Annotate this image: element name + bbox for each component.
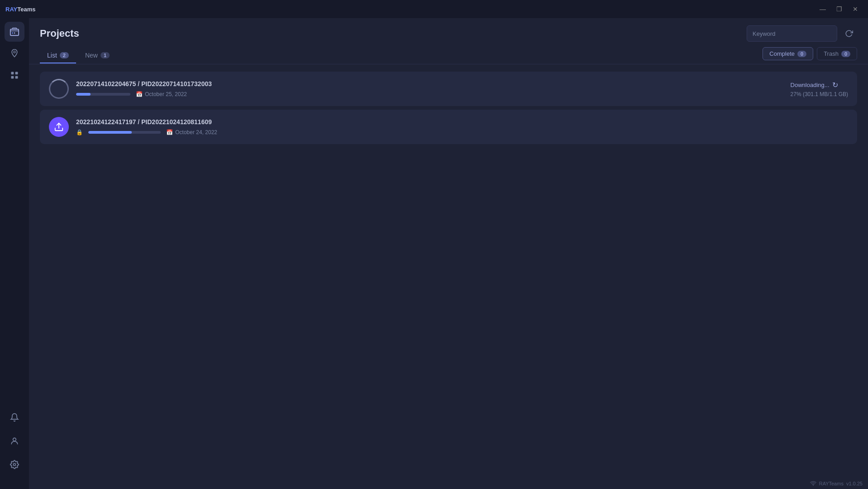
svg-point-1 (14, 32, 15, 34)
calendar-icon: 📅 (166, 129, 173, 136)
search-input[interactable] (747, 25, 837, 42)
svg-rect-5 (15, 72, 18, 75)
project-info: 20221024122417197 / PID20221024120811609… (76, 118, 848, 136)
sidebar-bottom (5, 407, 24, 485)
sidebar-item-projects[interactable] (5, 22, 24, 42)
content-header: Projects (29, 18, 868, 42)
app-title: RAYTeams (5, 6, 36, 13)
project-meta: 📅 October 25, 2022 (76, 91, 783, 97)
svg-rect-6 (11, 76, 14, 79)
svg-rect-7 (15, 76, 18, 79)
footer-app-name: RAYTeams (819, 481, 844, 486)
content-area: Projects List 2 New 1 (29, 18, 868, 489)
title-bar-left: RAYTeams (5, 6, 36, 13)
sidebar-item-settings[interactable] (5, 455, 24, 474)
main-layout: Projects List 2 New 1 (0, 18, 868, 489)
sidebar-item-user[interactable] (5, 431, 24, 451)
version-bar: RAYTeams v1.0.25 (805, 478, 868, 489)
tab-list[interactable]: List 2 (40, 48, 76, 63)
status-downloading: Downloading... ↻ (791, 81, 848, 89)
refresh-button[interactable] (841, 25, 857, 42)
project-date: 📅 October 24, 2022 (166, 129, 217, 136)
progress-bar (88, 131, 161, 134)
sidebar-item-notifications[interactable] (5, 407, 24, 427)
title-bar-controls: — ❐ ✕ (815, 3, 863, 15)
tabs-left: List 2 New 1 (40, 48, 117, 63)
svg-point-3 (14, 51, 15, 53)
minimize-button[interactable]: — (815, 3, 830, 15)
lock-icon: 🔒 (76, 129, 83, 136)
project-item[interactable]: 20220714102204675 / PID20220714101732003… (40, 72, 857, 106)
svg-rect-4 (11, 72, 14, 75)
tabs-right: Complete 0 Trash 0 (762, 47, 857, 64)
sidebar-item-grid[interactable] (5, 65, 24, 85)
header-right (747, 25, 857, 42)
svg-point-8 (13, 438, 16, 441)
project-info: 20220714102204675 / PID20220714101732003… (76, 80, 783, 97)
project-meta: 🔒 📅 October 24, 2022 (76, 129, 848, 136)
filter-complete-button[interactable]: Complete 0 (762, 47, 813, 60)
project-item[interactable]: 20221024122417197 / PID20221024120811609… (40, 110, 857, 144)
project-name: 20221024122417197 / PID20221024120811609 (76, 118, 848, 126)
project-status: Downloading... ↻ 27% (301.1 MB/1.1 GB) (791, 81, 848, 97)
svg-point-11 (813, 484, 814, 485)
restore-button[interactable]: ❐ (832, 3, 846, 15)
progress-bar (76, 93, 130, 96)
calendar-icon: 📅 (136, 91, 143, 97)
sidebar (0, 18, 29, 489)
footer-version: v1.0.25 (846, 481, 863, 486)
close-button[interactable]: ✕ (848, 3, 863, 15)
project-icon-upload (49, 117, 69, 137)
status-progress: 27% (301.1 MB/1.1 GB) (791, 91, 848, 97)
spinner-icon: ↻ (832, 81, 838, 89)
svg-point-2 (12, 32, 13, 34)
project-date: 📅 October 25, 2022 (136, 91, 187, 97)
progress-bar-fill (88, 131, 132, 134)
filter-trash-button[interactable]: Trash 0 (817, 47, 857, 60)
page-title: Projects (40, 28, 79, 39)
project-icon-downloading (49, 79, 69, 99)
project-list: 20220714102204675 / PID20220714101732003… (29, 64, 868, 489)
title-bar: RAYTeams — ❐ ✕ (0, 0, 868, 18)
sidebar-item-location[interactable] (5, 44, 24, 63)
progress-bar-fill (76, 93, 91, 96)
svg-point-9 (14, 464, 16, 466)
tab-new[interactable]: New 1 (78, 48, 117, 63)
tabs-row: List 2 New 1 Complete 0 Trash 0 (29, 42, 868, 64)
project-name: 20220714102204675 / PID20220714101732003 (76, 80, 783, 87)
